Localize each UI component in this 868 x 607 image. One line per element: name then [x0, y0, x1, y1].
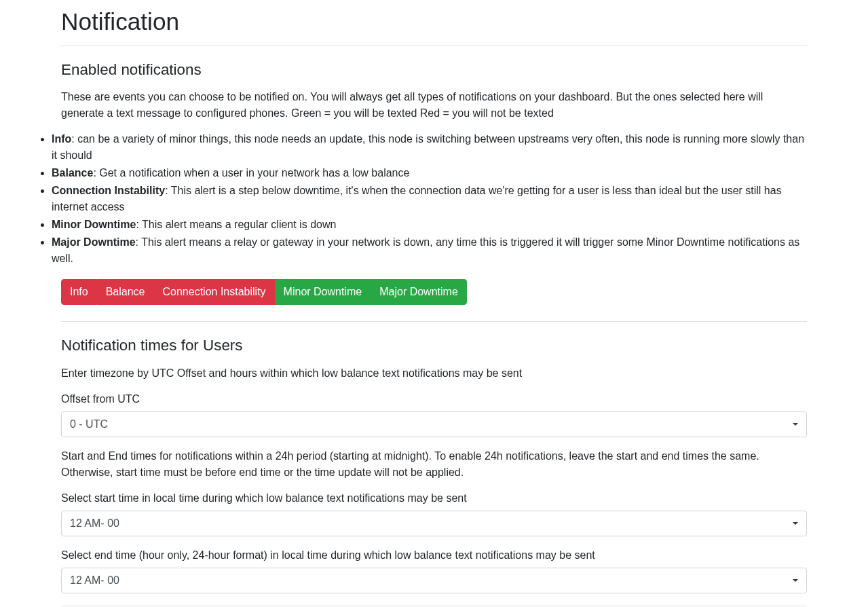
toggle-info-button[interactable]: Info	[61, 279, 97, 305]
enabled-list: Info: can be a variety of minor things, …	[52, 131, 807, 267]
toggles-group: InfoBalanceConnection InstabilityMinor D…	[61, 279, 467, 305]
list-item: Info: can be a variety of minor things, …	[52, 131, 807, 164]
start-time-label: Select start time in local time during w…	[61, 490, 807, 507]
major-downtime-desc: : This alert means a relay or gateway in…	[52, 236, 799, 264]
end-time-select[interactable]: 12 AM- 00	[61, 568, 807, 593]
start-time-select[interactable]: 12 AM- 00	[61, 511, 807, 536]
list-item: Minor Downtime: This alert means a regul…	[52, 217, 807, 233]
list-item: Major Downtime: This alert means a relay…	[52, 234, 807, 267]
enabled-intro: These are events you can choose to be no…	[61, 89, 807, 122]
page-title: Notification	[61, 4, 807, 46]
major-downtime-label: Major Downtime	[52, 236, 136, 248]
conn-instability-label: Connection Instability	[52, 185, 165, 196]
list-item: Balance: Get a notification when a user …	[52, 165, 807, 181]
divider	[61, 606, 807, 606]
enabled-heading: Enabled notifications	[61, 58, 807, 81]
minor-downtime-label: Minor Downtime	[52, 219, 136, 230]
range-note: Start and End times for notifications wi…	[61, 448, 807, 481]
toggle-connection-instability-button[interactable]: Connection Instability	[154, 279, 275, 305]
offset-select[interactable]: 0 - UTC	[61, 411, 807, 437]
minor-downtime-desc: : This alert means a regular client is d…	[136, 219, 336, 230]
info-desc: : can be a variety of minor things, this…	[52, 133, 804, 161]
list-item: Connection Instability: This alert is a …	[52, 183, 807, 215]
balance-label: Balance	[52, 167, 93, 179]
toggle-minor-downtime-button[interactable]: Minor Downtime	[275, 279, 371, 305]
times-intro: Enter timezone by UTC Offset and hours w…	[61, 365, 807, 382]
divider	[61, 321, 807, 322]
toggle-major-downtime-button[interactable]: Major Downtime	[371, 279, 467, 305]
toggle-balance-button[interactable]: Balance	[97, 279, 154, 305]
info-label: Info	[52, 133, 71, 145]
end-time-label: Select end time (hour only, 24-hour form…	[61, 547, 807, 564]
offset-label: Offset from UTC	[61, 391, 807, 407]
times-heading: Notification times for Users	[61, 334, 807, 357]
balance-desc: : Get a notification when a user in your…	[93, 167, 409, 179]
